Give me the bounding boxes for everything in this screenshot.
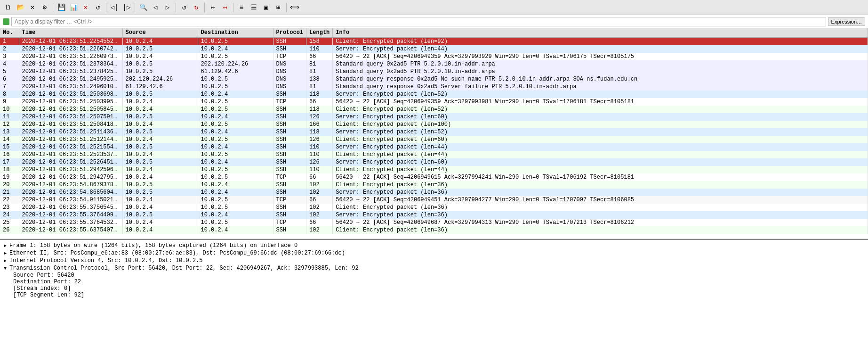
cell: 102 — [306, 204, 333, 211]
cell: 10.0.2.5 — [198, 83, 273, 91]
cell: 10.0.2.5 — [122, 211, 198, 219]
cell: 2020-12-01 06:23:51.2495925… — [19, 75, 122, 83]
tcp-detail[interactable]: Transmission Control Protocol, Src Port:… — [4, 264, 864, 272]
cell: 15 — [0, 143, 19, 151]
table-row[interactable]: 262020-12-01 06:23:55.6375407…10.0.2.410… — [0, 226, 868, 234]
search-icon[interactable]: 🔍 — [138, 2, 148, 13]
bytes-view-icon[interactable]: ▣ — [261, 2, 271, 13]
table-row[interactable]: 72020-12-01 06:23:51.2496010…61.129.42.6… — [0, 83, 868, 91]
table-row[interactable]: 82020-12-01 06:23:51.2503698…10.0.2.510.… — [0, 91, 868, 98]
extras-icon[interactable]: ⟺ — [289, 2, 300, 13]
info-cell: Client: Encrypted packet (len=36) — [333, 181, 868, 189]
table-row[interactable]: 242020-12-01 06:23:55.3764409…10.0.2.510… — [0, 211, 868, 219]
packet-list[interactable]: No. Time Source Destination Protocol Len… — [0, 28, 868, 238]
col-no[interactable]: No. — [0, 28, 19, 37]
next-icon[interactable]: ▷ — [162, 2, 173, 13]
cell: 2020-12-01 06:23:51.2521554… — [19, 143, 122, 151]
table-row[interactable]: 32020-12-01 06:23:51.2260973…10.0.2.410.… — [0, 53, 868, 60]
table-row[interactable]: 212020-12-01 06:23:54.8685604…10.0.2.510… — [0, 189, 868, 196]
cell: 10.0.2.4 — [122, 204, 198, 211]
col-dst[interactable]: Destination — [198, 28, 273, 37]
info-cell: Client: Encrypted packet (len=60) — [333, 136, 868, 143]
col-src[interactable]: Source — [122, 28, 198, 37]
file-icon[interactable]: 🗋 — [3, 2, 13, 13]
cell: SSH — [273, 91, 306, 98]
close-icon[interactable]: ✕ — [27, 2, 38, 13]
reload-icon[interactable]: ↺ — [93, 2, 103, 13]
jump-to-icon[interactable]: ↦ — [208, 2, 218, 13]
save-icon[interactable]: 💾 — [56, 2, 66, 13]
cell: 10.0.2.5 — [122, 91, 198, 98]
go-first-icon[interactable]: ◁| — [109, 2, 120, 13]
cell: 2 — [0, 45, 19, 53]
table-row[interactable]: 102020-12-01 06:23:51.2505845…10.0.2.410… — [0, 106, 868, 113]
cell: 10.0.2.5 — [198, 196, 273, 204]
table-row[interactable]: 112020-12-01 06:23:51.2507591…10.0.2.510… — [0, 113, 868, 121]
cell: 2020-12-01 06:23:51.2508418… — [19, 121, 122, 128]
cell: 126 — [306, 136, 333, 143]
col-proto[interactable]: Protocol — [273, 28, 306, 37]
table-row[interactable]: 52020-12-01 06:23:51.2378425…10.0.2.561.… — [0, 68, 868, 75]
info-cell: Server: Encrypted packet (len=52) — [333, 128, 868, 136]
ethernet-detail[interactable]: Ethernet II, Src: PcsCompu_e6:ae:83 (08:… — [4, 249, 864, 257]
cell: 10.0.2.5 — [122, 189, 198, 196]
stop-icon[interactable]: ✕ — [80, 2, 91, 13]
open-icon[interactable]: 📂 — [15, 2, 25, 13]
table-row[interactable]: 22020-12-01 06:23:51.2260742…10.0.2.510.… — [0, 45, 868, 53]
cell: 9 — [0, 98, 19, 106]
table-row[interactable]: 162020-12-01 06:23:51.2523537…10.0.2.410… — [0, 151, 868, 158]
prev-icon[interactable]: ◁ — [150, 2, 161, 13]
table-row[interactable]: 132020-12-01 06:23:51.2511436…10.0.2.510… — [0, 128, 868, 136]
preferences-icon[interactable]: ⚙ — [40, 2, 50, 13]
table-row[interactable]: 12020-12-01 06:23:51.2254552…10.0.2.410.… — [0, 37, 868, 45]
cell: 2020-12-01 06:23:51.2503995… — [19, 98, 122, 106]
table-row[interactable]: 172020-12-01 06:23:51.2526451…10.0.2.510… — [0, 158, 868, 166]
table-row[interactable]: 192020-12-01 06:23:51.2942795…10.0.2.410… — [0, 173, 868, 181]
tcp-sub-item: [Stream index: 0] — [4, 285, 864, 292]
table-row[interactable]: 202020-12-01 06:23:54.8679378…10.0.2.510… — [0, 181, 868, 189]
table-row[interactable]: 42020-12-01 06:23:51.2378364…10.0.2.5202… — [0, 60, 868, 68]
col-time[interactable]: Time — [19, 28, 122, 37]
cell: 10.0.2.5 — [122, 113, 198, 121]
info-cell: 56420 → 22 [ACK] Seq=4206949451 Ack=3297… — [333, 196, 868, 204]
table-row[interactable]: 232020-12-01 06:23:55.3756545…10.0.2.410… — [0, 204, 868, 211]
cell: 10.0.2.4 — [122, 136, 198, 143]
table-row[interactable]: 142020-12-01 06:23:51.2512144…10.0.2.410… — [0, 136, 868, 143]
cell: 10.0.2.5 — [122, 158, 198, 166]
cell: 10.0.2.4 — [198, 113, 273, 121]
table-row[interactable]: 182020-12-01 06:23:51.2942596…10.0.2.410… — [0, 166, 868, 173]
col-len[interactable]: Length — [306, 28, 333, 37]
back-icon[interactable]: ↺ — [179, 2, 189, 13]
table-row[interactable]: 152020-12-01 06:23:51.2521554…10.0.2.510… — [0, 143, 868, 151]
table-row[interactable]: 92020-12-01 06:23:51.2503995…10.0.2.410.… — [0, 98, 868, 106]
cell: 2020-12-01 06:23:51.2254552… — [19, 37, 122, 45]
diagram-icon[interactable]: ⊞ — [273, 2, 283, 13]
frame-detail[interactable]: Frame 1: 158 bytes on wire (1264 bits), … — [4, 242, 864, 249]
go-last-icon[interactable]: |▷ — [121, 2, 132, 13]
cell: SSH — [273, 45, 306, 53]
info-cell: Client: Encrypted packet (len=52) — [333, 106, 868, 113]
cell: 10.0.2.4 — [122, 196, 198, 204]
table-row[interactable]: 122020-12-01 06:23:51.2508418…10.0.2.410… — [0, 121, 868, 128]
info-cell: Server: Encrypted packet (len=60) — [333, 158, 868, 166]
ip-detail[interactable]: Internet Protocol Version 4, Src: 10.0.2… — [4, 257, 864, 264]
cell: 10.0.2.5 — [198, 136, 273, 143]
list-view-icon[interactable]: ≡ — [236, 2, 247, 13]
info-cell: 56420 → 22 [ACK] Seq=4206949359 Ack=3297… — [333, 98, 868, 106]
cell: SSH — [273, 106, 306, 113]
forward-icon[interactable]: ↻ — [191, 2, 201, 13]
table-row[interactable]: 222020-12-01 06:23:54.9115021…10.0.2.410… — [0, 196, 868, 204]
cell: 126 — [306, 158, 333, 166]
table-row[interactable]: 252020-12-01 06:23:55.3764532…10.0.2.410… — [0, 219, 868, 226]
col-info[interactable]: Info — [333, 28, 868, 37]
stats-icon[interactable]: 📊 — [68, 2, 79, 13]
table-row[interactable]: 62020-12-01 06:23:51.2495925…202.120.224… — [0, 75, 868, 83]
detail-view-icon[interactable]: ☰ — [249, 2, 259, 13]
cell: TCP — [273, 219, 306, 226]
cell: 102 — [306, 226, 333, 234]
cell: 10.0.2.4 — [122, 173, 198, 181]
cell: 25 — [0, 219, 19, 226]
expression-button[interactable]: Expression… — [828, 17, 865, 26]
jump-back-icon[interactable]: ↤ — [220, 2, 230, 13]
filter-input[interactable] — [11, 17, 826, 26]
